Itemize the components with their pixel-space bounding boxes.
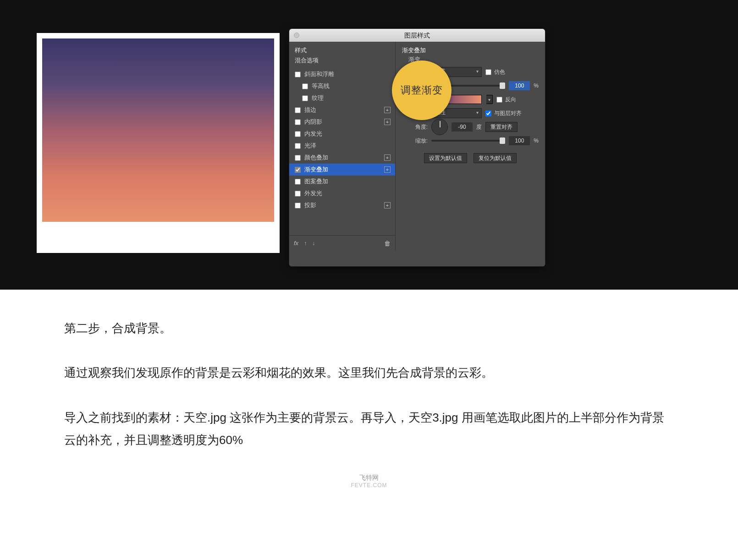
form-section-title: 渐变叠加 xyxy=(402,46,539,55)
close-icon[interactable] xyxy=(294,33,299,38)
style-label: 纹理 xyxy=(312,94,391,102)
style-row-6[interactable]: 光泽 xyxy=(289,140,395,152)
scale-slider[interactable] xyxy=(431,140,505,142)
style-checkbox[interactable] xyxy=(295,167,301,173)
style-checkbox[interactable] xyxy=(295,143,301,149)
reset-align-button[interactable]: 重置对齐 xyxy=(485,122,518,132)
style-row-0[interactable]: 斜面和浮雕 xyxy=(289,68,395,80)
style-row-1[interactable]: 等高线 xyxy=(289,80,395,92)
angle-dial[interactable] xyxy=(431,119,448,135)
style-label: 内阴影 xyxy=(304,118,384,126)
paragraph-1: 第二步，合成背景。 xyxy=(64,317,674,340)
style-checkbox[interactable] xyxy=(295,131,301,137)
align-checkbox[interactable]: 与图层对齐 xyxy=(485,110,522,117)
paragraph-2: 通过观察我们发现原作的背景是云彩和烟花的效果。这里我们先合成背景的云彩。 xyxy=(64,362,674,384)
paragraph-3: 导入之前找到的素材：天空.jpg 这张作为主要的背景云。再导入，天空3.jpg … xyxy=(64,406,674,452)
arrow-up-icon[interactable]: ↑ xyxy=(304,240,307,247)
style-label: 颜色叠加 xyxy=(304,154,384,162)
chevron-down-icon: ▾ xyxy=(476,69,479,74)
style-label: 外发光 xyxy=(304,189,391,198)
plus-icon[interactable]: + xyxy=(384,154,391,161)
gradient-dropdown-icon[interactable]: ▾ xyxy=(486,95,493,104)
style-label: 等高线 xyxy=(312,82,391,90)
scale-value[interactable]: 100 xyxy=(509,136,530,145)
make-default-button[interactable]: 设置为默认值 xyxy=(424,153,467,163)
style-checkbox[interactable] xyxy=(295,119,301,125)
styles-column: 样式 混合选项 斜面和浮雕等高线纹理描边+内阴影+内发光光泽颜色叠加+渐变叠加+… xyxy=(289,42,396,251)
scale-label: 缩放: xyxy=(402,137,428,145)
style-label: 斜面和浮雕 xyxy=(304,70,391,78)
plus-icon[interactable]: + xyxy=(384,119,391,125)
style-row-10[interactable]: 外发光 xyxy=(289,187,395,199)
style-list: 斜面和浮雕等高线纹理描边+内阴影+内发光光泽颜色叠加+渐变叠加+图案叠加外发光投… xyxy=(289,68,395,235)
style-checkbox[interactable] xyxy=(295,71,301,77)
reset-default-button[interactable]: 复位为默认值 xyxy=(474,153,517,163)
style-row-8[interactable]: 渐变叠加+ xyxy=(289,164,395,176)
reverse-checkbox[interactable]: 反向 xyxy=(496,96,516,104)
style-checkbox[interactable] xyxy=(302,83,308,89)
dialog-title: 图层样式 xyxy=(404,32,430,39)
opacity-value[interactable]: 100 xyxy=(509,81,530,90)
fx-icon[interactable]: fx xyxy=(294,240,298,247)
style-label: 描边 xyxy=(304,106,384,114)
style-checkbox[interactable] xyxy=(295,179,301,185)
watermark-line2: FEVTE.COM xyxy=(0,482,738,489)
style-label: 内发光 xyxy=(304,130,391,138)
plus-icon[interactable]: + xyxy=(384,166,391,173)
plus-icon[interactable]: + xyxy=(384,202,391,209)
dialog-titlebar[interactable]: 图层样式 xyxy=(289,29,545,42)
styles-header[interactable]: 样式 xyxy=(289,42,395,56)
style-row-11[interactable]: 投影+ xyxy=(289,199,395,211)
callout-badge: 调整渐变 xyxy=(392,60,452,120)
styles-footer: fx ↑ ↓ 🗑 xyxy=(289,235,395,251)
dither-checkbox[interactable]: 仿色 xyxy=(485,68,505,76)
blend-options-row[interactable]: 混合选项 xyxy=(289,56,395,68)
arrow-down-icon[interactable]: ↓ xyxy=(312,240,315,247)
plus-icon[interactable]: + xyxy=(384,107,391,113)
style-row-2[interactable]: 纹理 xyxy=(289,92,395,104)
style-row-7[interactable]: 颜色叠加+ xyxy=(289,152,395,164)
chevron-down-icon: ▾ xyxy=(476,110,479,115)
canvas-gradient-preview xyxy=(42,38,274,222)
style-label: 图案叠加 xyxy=(304,177,391,186)
article-body: 第二步，合成背景。 通过观察我们发现原作的背景是云彩和烟花的效果。这里我们先合成… xyxy=(0,290,738,488)
style-checkbox[interactable] xyxy=(295,155,301,161)
style-label: 渐变叠加 xyxy=(304,165,384,174)
style-label: 光泽 xyxy=(304,142,391,150)
style-row-3[interactable]: 描边+ xyxy=(289,104,395,116)
screenshot-area: 图层样式 样式 混合选项 斜面和浮雕等高线纹理描边+内阴影+内发光光泽颜色叠加+… xyxy=(0,0,738,290)
angle-unit: 度 xyxy=(476,123,482,131)
angle-value[interactable]: -90 xyxy=(452,122,473,132)
style-row-9[interactable]: 图案叠加 xyxy=(289,176,395,187)
style-row-5[interactable]: 内发光 xyxy=(289,128,395,140)
trash-icon[interactable]: 🗑 xyxy=(384,240,391,247)
style-checkbox[interactable] xyxy=(295,191,301,197)
style-checkbox[interactable] xyxy=(302,95,308,101)
watermark-line1: 飞特网 xyxy=(0,474,738,482)
style-checkbox[interactable] xyxy=(295,107,301,113)
angle-label: 角度: xyxy=(402,123,428,131)
style-row-4[interactable]: 内阴影+ xyxy=(289,116,395,128)
style-label: 投影 xyxy=(304,201,384,209)
style-checkbox[interactable] xyxy=(295,203,301,209)
